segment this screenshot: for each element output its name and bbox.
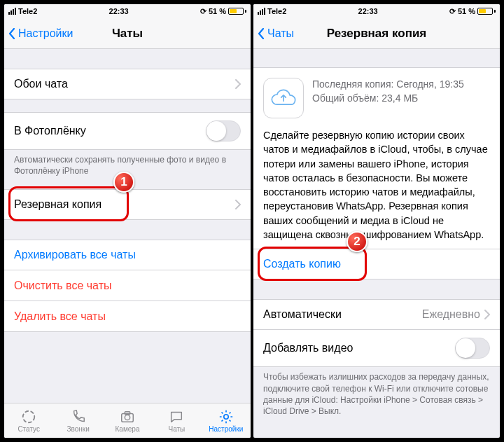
include-video-cell[interactable]: Добавлять видео — [253, 330, 500, 367]
include-video-label: Добавлять видео — [263, 342, 353, 354]
nav-bar: Настройки Чаты — [4, 18, 251, 49]
carrier-label: Tele2 — [18, 7, 37, 15]
svg-rect-3 — [125, 411, 130, 414]
archive-cell[interactable]: Архивировать все чаты — [4, 240, 251, 270]
status-icon — [20, 409, 37, 424]
wallpaper-cell[interactable]: Обои чата — [4, 69, 251, 99]
chevron-right-icon — [484, 310, 490, 319]
camera-roll-switch[interactable] — [206, 120, 241, 141]
battery-percent: 51 % — [458, 7, 475, 15]
content-scroll[interactable]: Последняя копия: Сегодня, 19:35 Общий об… — [253, 49, 500, 438]
sync-icon: ⟳ — [449, 7, 456, 16]
backup-cell[interactable]: Резервная копия — [4, 189, 251, 220]
delete-label: Удалить все чаты — [14, 310, 106, 323]
battery-percent: 51 % — [209, 7, 226, 15]
create-backup-label: Создать копию — [263, 258, 341, 270]
back-label: Настройки — [18, 27, 73, 40]
tab-settings-label: Настройки — [209, 425, 243, 433]
gear-icon — [218, 409, 234, 424]
tab-calls-label: Звонки — [66, 425, 89, 433]
tab-status[interactable]: Статус — [4, 403, 53, 438]
backup-size-line: Общий объём: 23,4 МБ — [312, 92, 464, 106]
tab-status-label: Статус — [18, 425, 40, 433]
chevron-left-icon — [8, 28, 15, 39]
battery-icon — [477, 8, 496, 15]
cloud-backup-icon — [263, 78, 304, 118]
tab-camera-label: Камера — [115, 425, 140, 433]
chevron-left-icon — [258, 28, 265, 39]
backup-info-block: Последняя копия: Сегодня, 19:35 Общий об… — [253, 68, 500, 128]
auto-backup-label: Автоматически — [263, 308, 342, 321]
clock-label: 22:33 — [109, 7, 129, 15]
clear-label: Очистить все чаты — [14, 279, 111, 292]
status-bar: Tele2 22:33 ⟳ 51 % — [4, 4, 251, 18]
tab-calls[interactable]: Звонки — [53, 403, 102, 438]
auto-backup-value: Ежедневно — [422, 308, 480, 321]
svg-point-0 — [23, 410, 35, 422]
backup-label: Резервная копия — [14, 198, 102, 211]
tab-chats-label: Чаты — [169, 425, 186, 433]
camera-icon — [119, 409, 136, 424]
nav-bar: Чаты Резервная копия — [253, 18, 500, 49]
camera-roll-cell[interactable]: В Фотоплёнку — [4, 112, 251, 150]
screen-chats-settings: Tele2 22:33 ⟳ 51 % Настройки Чаты Обои ч… — [4, 4, 251, 438]
signal-icon — [8, 8, 16, 15]
clear-cell[interactable]: Очистить все чаты — [4, 270, 251, 301]
signal-icon — [258, 8, 265, 15]
back-button[interactable]: Настройки — [4, 27, 73, 40]
include-video-switch[interactable] — [455, 338, 490, 359]
chevron-right-icon — [235, 200, 241, 209]
chat-icon — [168, 409, 185, 424]
last-backup-line: Последняя копия: Сегодня, 19:35 — [312, 78, 464, 92]
phone-icon — [70, 409, 87, 424]
screen-backup: Tele2 22:33 ⟳ 51 % Чаты Резервная копия … — [253, 4, 500, 438]
sync-icon: ⟳ — [200, 7, 206, 16]
delete-cell[interactable]: Удалить все чаты — [4, 301, 251, 332]
backup-description: Сделайте резервную копию истории своих ч… — [253, 128, 500, 249]
camera-roll-label: В Фотоплёнку — [14, 125, 86, 137]
video-note: Чтобы избежать излишних расходов за пере… — [253, 367, 500, 417]
content-scroll[interactable]: Обои чата В Фотоплёнку Автоматически сох… — [4, 49, 251, 403]
svg-point-4 — [224, 414, 228, 418]
svg-point-2 — [125, 415, 130, 420]
tab-camera[interactable]: Камера — [103, 403, 152, 438]
status-bar: Tele2 22:33 ⟳ 51 % — [253, 4, 500, 18]
clock-label: 22:33 — [358, 7, 378, 15]
tab-settings[interactable]: Настройки — [202, 403, 251, 438]
tab-bar: Статус Звонки Камера Чаты Настройки — [4, 403, 251, 438]
create-backup-cell[interactable]: Создать копию — [253, 249, 500, 279]
tab-chats[interactable]: Чаты — [152, 403, 201, 438]
back-button[interactable]: Чаты — [253, 27, 294, 40]
archive-label: Архивировать все чаты — [14, 249, 136, 261]
auto-backup-cell[interactable]: Автоматически Ежедневно — [253, 299, 500, 330]
carrier-label: Tele2 — [267, 7, 286, 15]
chevron-right-icon — [235, 79, 241, 89]
back-label: Чаты — [267, 27, 294, 40]
battery-icon — [228, 8, 246, 15]
wallpaper-label: Обои чата — [14, 78, 68, 90]
